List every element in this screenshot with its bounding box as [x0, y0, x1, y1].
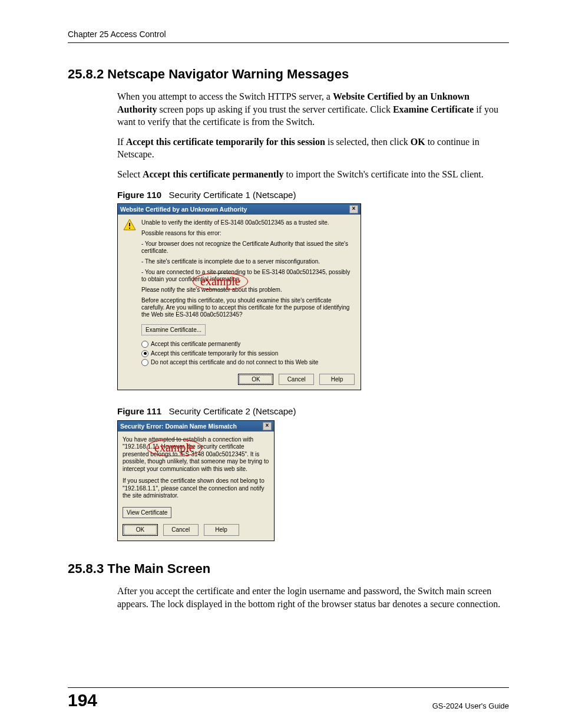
figure-title: Security Certificate 1 (Netscape) [169, 190, 296, 200]
para-accept-temp: If Accept this certificate temporarily f… [117, 136, 509, 161]
section-heading-2583: 25.8.3 The Main Screen [68, 561, 509, 577]
help-button[interactable]: Help [319, 374, 355, 386]
dialog1-title: Website Certified by an Unknown Authorit… [120, 205, 247, 213]
dialog1-titlebar: Website Certified by an Unknown Authorit… [118, 204, 361, 215]
dialog-domain-mismatch: Security Error: Domain Name Mismatch × Y… [117, 420, 275, 541]
dlg1-question: Before accepting this certificate, you s… [141, 297, 356, 318]
radio-perm-label: Accept this certificate permanently [151, 340, 240, 348]
figure-111-caption: Figure 111 Security Certificate 2 (Netsc… [117, 406, 509, 417]
text: When you attempt to access the Switch HT… [117, 91, 333, 101]
dlg1-line1: Unable to verify the identity of ES-3148… [141, 219, 356, 226]
cancel-button[interactable]: Cancel [279, 374, 314, 386]
warning-icon [123, 218, 137, 232]
close-icon[interactable]: × [263, 422, 272, 430]
text: Select [117, 169, 143, 179]
section-heading-2582: 25.8.2 Netscape Navigator Warning Messag… [68, 67, 509, 82]
dialog2-titlebar: Security Error: Domain Name Mismatch × [118, 421, 274, 431]
radio-reject[interactable] [141, 359, 148, 366]
radio-reject-label: Do not accept this certificate and do no… [151, 358, 318, 367]
dialog2-title: Security Error: Domain Name Mismatch [120, 422, 237, 430]
svg-rect-1 [129, 223, 130, 226]
guide-title: GS-2024 User's Guide [432, 701, 509, 710]
dlg1-notify: Please notify the site's webmaster about… [141, 286, 356, 294]
text: screen pops up asking if you trust the s… [157, 104, 393, 114]
page-footer: 194 GS-2024 User's Guide [68, 687, 509, 710]
dlg2-p2: If you suspect the certificate shown doe… [123, 477, 269, 500]
figure-title: Security Certificate 2 (Netscape) [169, 406, 296, 416]
help-button[interactable]: Help [204, 524, 239, 536]
bold-accept-perm: Accept this certificate permanently [143, 169, 283, 179]
dlg1-line2: Possible reasons for this error: [141, 230, 356, 237]
bold-accept-temp: Accept this certificate temporarily for … [126, 137, 325, 147]
radio-temp[interactable] [141, 350, 148, 357]
close-icon[interactable]: × [349, 205, 358, 213]
figure-label: Figure 110 [117, 190, 161, 200]
text: If [117, 137, 126, 147]
text: to import the Switch's certificate into … [284, 169, 484, 179]
dlg1-reason2: - The site's certificate is incomplete d… [141, 258, 356, 265]
examine-certificate-button[interactable]: Examine Certificate... [141, 324, 206, 336]
para-main-screen: After you accept the certificate and ent… [117, 585, 509, 610]
dlg2-p1: You have attempted to establish a connec… [123, 436, 269, 473]
ok-button[interactable]: OK [238, 374, 273, 386]
figure-110-caption: Figure 110 Security Certificate 1 (Netsc… [117, 189, 509, 201]
ok-button[interactable]: OK [123, 524, 158, 536]
cancel-button[interactable]: Cancel [163, 524, 199, 536]
running-header: Chapter 25 Access Control [68, 29, 509, 43]
svg-rect-2 [129, 228, 130, 229]
figure-label: Figure 111 [117, 406, 161, 416]
radio-temp-label: Accept this certificate temporarily for … [151, 350, 278, 358]
page-number: 194 [68, 690, 97, 710]
radio-perm[interactable] [141, 341, 148, 348]
dlg1-reason3: - You are connected to a site pretending… [141, 269, 356, 283]
para-accept-perm: Select Accept this certificate permanent… [117, 168, 509, 181]
text: is selected, then click [325, 137, 411, 147]
view-certificate-button[interactable]: View Certificate [123, 507, 171, 519]
bold-examine-cert: Examine Certificate [393, 104, 474, 114]
bold-ok: OK [411, 137, 425, 147]
para-intro: When you attempt to access the Switch HT… [117, 90, 509, 129]
dlg1-reason1: - Your browser does not recognize the Ce… [141, 241, 356, 255]
dialog-unknown-authority: Website Certified by an Unknown Authorit… [117, 203, 361, 391]
